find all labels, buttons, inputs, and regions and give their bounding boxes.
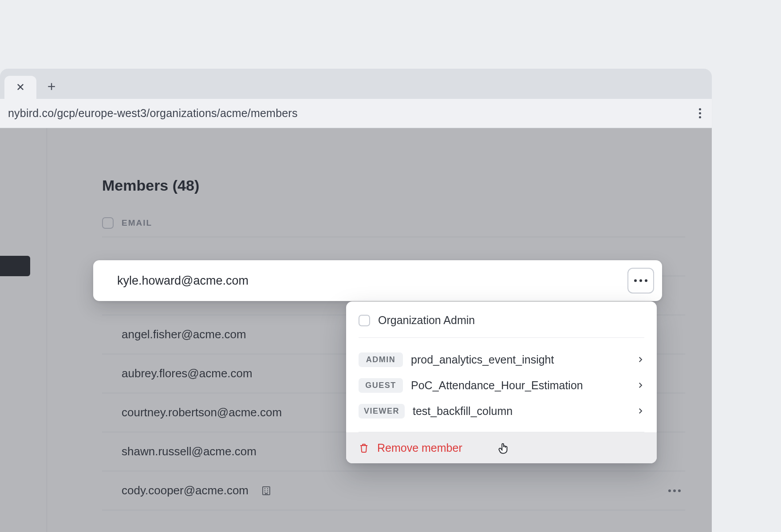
- table-row[interactable]: cody.cooper@acme.com: [102, 471, 685, 510]
- chevron-right-icon: [636, 356, 644, 364]
- project-name: prod_analytics_event_insight: [411, 353, 554, 366]
- sidebar-divider: [47, 128, 47, 532]
- page-title-text: Members: [102, 177, 168, 194]
- role-pill: ADMIN: [359, 352, 403, 367]
- trash-icon: [359, 442, 369, 453]
- members-table-header: EMAIL: [102, 217, 685, 237]
- org-admin-label: Organization Admin: [378, 314, 475, 327]
- member-actions-popover: Organization Admin ADMIN prod_analytics_…: [346, 301, 657, 463]
- org-admin-checkbox[interactable]: [359, 315, 370, 326]
- role-pill: VIEWER: [359, 404, 405, 419]
- row-actions-button[interactable]: [668, 489, 681, 492]
- project-role-row[interactable]: ADMIN prod_analytics_event_insight: [359, 347, 644, 372]
- new-tab-button[interactable]: +: [43, 78, 60, 95]
- member-count: 48: [178, 177, 194, 194]
- chevron-right-icon: [636, 381, 644, 389]
- member-email: kyle.howard@acme.com: [117, 274, 248, 288]
- member-email: angel.fisher@acme.com: [102, 328, 246, 341]
- member-email: shawn.russell@acme.com: [102, 445, 256, 458]
- remove-member-label: Remove member: [377, 442, 462, 454]
- project-role-list: ADMIN prod_analytics_event_insight GUEST…: [359, 338, 644, 432]
- role-pill: GUEST: [359, 378, 403, 393]
- browser-tab-strip: ✕ +: [0, 69, 712, 99]
- sidebar-active-indicator[interactable]: [0, 256, 30, 276]
- member-email: cody.cooper@acme.com: [102, 484, 248, 497]
- org-admin-toggle-row[interactable]: Organization Admin: [359, 310, 644, 338]
- row-actions-button[interactable]: [627, 268, 654, 293]
- remove-member-button[interactable]: Remove member: [346, 432, 657, 463]
- browser-url-bar: nybird.co/gcp/europe-west3/organizations…: [0, 99, 712, 128]
- close-icon[interactable]: ✕: [14, 81, 27, 94]
- page-title: Members (48): [102, 177, 685, 194]
- project-name: test_backfill_column: [413, 405, 513, 418]
- project-role-row[interactable]: VIEWER test_backfill_column: [359, 398, 644, 424]
- select-all-checkbox[interactable]: [102, 217, 114, 229]
- project-role-row[interactable]: GUEST PoC_Attendance_Hour_Estimation: [359, 372, 644, 398]
- column-header-email: EMAIL: [122, 218, 152, 228]
- pointer-cursor-icon: [497, 441, 510, 454]
- building-icon: [261, 485, 272, 496]
- member-email: courtney.robertson@acme.com: [102, 406, 282, 419]
- selected-member-row[interactable]: kyle.howard@acme.com: [93, 260, 662, 301]
- kebab-menu-icon[interactable]: [696, 106, 704, 121]
- url-text[interactable]: nybird.co/gcp/europe-west3/organizations…: [8, 107, 298, 120]
- chevron-right-icon: [636, 407, 644, 415]
- member-email: aubrey.flores@acme.com: [102, 367, 252, 380]
- project-name: PoC_Attendance_Hour_Estimation: [411, 379, 583, 392]
- browser-tab-active[interactable]: ✕: [4, 76, 36, 99]
